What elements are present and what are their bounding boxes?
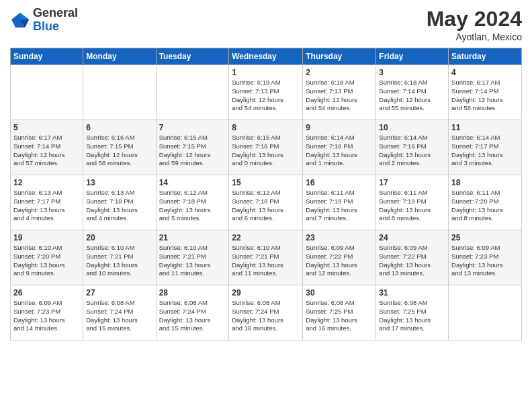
day-number: 20 <box>86 233 152 242</box>
day-number: 5 <box>13 123 80 132</box>
day-number: 1 <box>232 68 300 77</box>
day-info: Sunrise: 6:11 AM Sunset: 7:19 PM Dayligh… <box>306 189 373 223</box>
day-number: 12 <box>13 178 80 187</box>
calendar-day-header: Tuesday <box>156 48 229 65</box>
header: General Blue May 2024 Ayotlan, Mexico <box>10 7 522 42</box>
day-number: 22 <box>232 233 300 242</box>
page: General Blue May 2024 Ayotlan, Mexico Su… <box>0 0 532 411</box>
day-info: Sunrise: 6:08 AM Sunset: 7:24 PM Dayligh… <box>232 299 300 333</box>
calendar-day-cell: 27Sunrise: 6:08 AM Sunset: 7:24 PM Dayli… <box>83 285 156 340</box>
location-title: Ayotlan, Mexico <box>427 32 522 42</box>
day-info: Sunrise: 6:09 AM Sunset: 7:22 PM Dayligh… <box>306 244 373 278</box>
day-info: Sunrise: 6:10 AM Sunset: 7:21 PM Dayligh… <box>86 244 152 278</box>
day-number: 13 <box>86 178 152 187</box>
day-info: Sunrise: 6:09 AM Sunset: 7:23 PM Dayligh… <box>13 299 80 333</box>
day-info: Sunrise: 6:19 AM Sunset: 7:13 PM Dayligh… <box>232 79 300 113</box>
day-info: Sunrise: 6:08 AM Sunset: 7:25 PM Dayligh… <box>379 299 445 333</box>
calendar-day-header: Friday <box>376 48 449 65</box>
day-number: 30 <box>306 288 373 298</box>
day-number: 27 <box>86 288 152 298</box>
day-info: Sunrise: 6:14 AM Sunset: 7:16 PM Dayligh… <box>306 134 373 168</box>
day-info: Sunrise: 6:17 AM Sunset: 7:14 PM Dayligh… <box>451 79 519 113</box>
day-info: Sunrise: 6:16 AM Sunset: 7:15 PM Dayligh… <box>86 134 152 168</box>
calendar-day-cell: 23Sunrise: 6:09 AM Sunset: 7:22 PM Dayli… <box>303 230 376 285</box>
calendar-day-cell: 30Sunrise: 6:08 AM Sunset: 7:25 PM Dayli… <box>303 285 376 340</box>
logo-text: General Blue <box>33 7 78 34</box>
calendar-day-header: Sunday <box>11 48 83 65</box>
day-info: Sunrise: 6:14 AM Sunset: 7:16 PM Dayligh… <box>379 134 445 168</box>
day-number: 29 <box>232 288 300 298</box>
calendar-day-cell: 10Sunrise: 6:14 AM Sunset: 7:16 PM Dayli… <box>376 120 449 175</box>
calendar-day-cell: 16Sunrise: 6:11 AM Sunset: 7:19 PM Dayli… <box>303 175 376 230</box>
day-info: Sunrise: 6:11 AM Sunset: 7:19 PM Dayligh… <box>379 189 445 223</box>
calendar-day-cell <box>156 65 229 120</box>
day-number: 14 <box>159 178 226 187</box>
calendar-day-cell: 19Sunrise: 6:10 AM Sunset: 7:20 PM Dayli… <box>11 230 83 285</box>
day-number: 26 <box>13 288 80 298</box>
day-info: Sunrise: 6:11 AM Sunset: 7:20 PM Dayligh… <box>451 189 519 223</box>
day-number: 31 <box>379 288 445 298</box>
calendar-day-cell: 21Sunrise: 6:10 AM Sunset: 7:21 PM Dayli… <box>156 230 229 285</box>
calendar-week-row: 1Sunrise: 6:19 AM Sunset: 7:13 PM Daylig… <box>11 65 522 120</box>
calendar-day-cell: 22Sunrise: 6:10 AM Sunset: 7:21 PM Dayli… <box>229 230 303 285</box>
day-info: Sunrise: 6:15 AM Sunset: 7:15 PM Dayligh… <box>159 134 226 168</box>
day-info: Sunrise: 6:09 AM Sunset: 7:23 PM Dayligh… <box>451 244 519 278</box>
calendar-day-cell: 9Sunrise: 6:14 AM Sunset: 7:16 PM Daylig… <box>303 120 376 175</box>
svg-marker-1 <box>20 13 29 19</box>
day-info: Sunrise: 6:17 AM Sunset: 7:14 PM Dayligh… <box>13 134 80 168</box>
calendar-day-cell: 14Sunrise: 6:12 AM Sunset: 7:18 PM Dayli… <box>156 175 229 230</box>
calendar-day-cell <box>449 285 522 340</box>
day-number: 18 <box>451 178 519 187</box>
day-info: Sunrise: 6:10 AM Sunset: 7:21 PM Dayligh… <box>232 244 300 278</box>
day-number: 4 <box>451 68 519 77</box>
day-info: Sunrise: 6:12 AM Sunset: 7:18 PM Dayligh… <box>159 189 226 223</box>
logo-general-text: General <box>33 7 78 20</box>
day-info: Sunrise: 6:12 AM Sunset: 7:18 PM Dayligh… <box>232 189 300 223</box>
day-number: 8 <box>232 123 300 132</box>
day-number: 7 <box>159 123 226 132</box>
day-info: Sunrise: 6:18 AM Sunset: 7:14 PM Dayligh… <box>379 79 445 113</box>
calendar-day-cell: 8Sunrise: 6:15 AM Sunset: 7:16 PM Daylig… <box>229 120 303 175</box>
day-number: 11 <box>451 123 519 132</box>
calendar-day-cell: 17Sunrise: 6:11 AM Sunset: 7:19 PM Dayli… <box>376 175 449 230</box>
calendar-week-row: 19Sunrise: 6:10 AM Sunset: 7:20 PM Dayli… <box>11 230 522 285</box>
calendar-week-row: 5Sunrise: 6:17 AM Sunset: 7:14 PM Daylig… <box>11 120 522 175</box>
day-info: Sunrise: 6:10 AM Sunset: 7:21 PM Dayligh… <box>159 244 226 278</box>
day-number: 21 <box>159 233 226 242</box>
day-number: 15 <box>232 178 300 187</box>
calendar-day-cell: 29Sunrise: 6:08 AM Sunset: 7:24 PM Dayli… <box>229 285 303 340</box>
day-info: Sunrise: 6:13 AM Sunset: 7:17 PM Dayligh… <box>13 189 80 223</box>
calendar-day-cell: 26Sunrise: 6:09 AM Sunset: 7:23 PM Dayli… <box>11 285 83 340</box>
calendar-day-cell: 24Sunrise: 6:09 AM Sunset: 7:22 PM Dayli… <box>376 230 449 285</box>
day-info: Sunrise: 6:08 AM Sunset: 7:24 PM Dayligh… <box>159 299 226 333</box>
calendar-day-cell: 5Sunrise: 6:17 AM Sunset: 7:14 PM Daylig… <box>11 120 83 175</box>
day-number: 10 <box>379 123 445 132</box>
day-number: 19 <box>13 233 80 242</box>
calendar-day-cell: 11Sunrise: 6:14 AM Sunset: 7:17 PM Dayli… <box>449 120 522 175</box>
calendar-day-cell: 20Sunrise: 6:10 AM Sunset: 7:21 PM Dayli… <box>83 230 156 285</box>
day-info: Sunrise: 6:08 AM Sunset: 7:25 PM Dayligh… <box>306 299 373 333</box>
day-number: 28 <box>159 288 226 298</box>
logo-icon <box>10 10 30 30</box>
day-number: 2 <box>306 68 373 77</box>
month-year-title: May 2024 <box>427 7 522 32</box>
calendar-day-cell: 12Sunrise: 6:13 AM Sunset: 7:17 PM Dayli… <box>11 175 83 230</box>
calendar-day-cell: 13Sunrise: 6:13 AM Sunset: 7:18 PM Dayli… <box>83 175 156 230</box>
day-number: 25 <box>451 233 519 242</box>
calendar-day-header: Thursday <box>303 48 376 65</box>
calendar-day-cell: 15Sunrise: 6:12 AM Sunset: 7:18 PM Dayli… <box>229 175 303 230</box>
day-info: Sunrise: 6:15 AM Sunset: 7:16 PM Dayligh… <box>232 134 300 168</box>
logo-blue-text: Blue <box>33 20 78 34</box>
calendar-table: SundayMondayTuesdayWednesdayThursdayFrid… <box>10 48 522 340</box>
calendar-day-cell: 28Sunrise: 6:08 AM Sunset: 7:24 PM Dayli… <box>156 285 229 340</box>
calendar-day-cell <box>83 65 156 120</box>
calendar-day-header: Saturday <box>449 48 522 65</box>
day-number: 16 <box>306 178 373 187</box>
day-info: Sunrise: 6:14 AM Sunset: 7:17 PM Dayligh… <box>451 134 519 168</box>
calendar-week-row: 12Sunrise: 6:13 AM Sunset: 7:17 PM Dayli… <box>11 175 522 230</box>
day-number: 24 <box>379 233 445 242</box>
day-info: Sunrise: 6:18 AM Sunset: 7:13 PM Dayligh… <box>306 79 373 113</box>
calendar-day-cell: 2Sunrise: 6:18 AM Sunset: 7:13 PM Daylig… <box>303 65 376 120</box>
logo: General Blue <box>10 7 78 34</box>
calendar-day-cell: 25Sunrise: 6:09 AM Sunset: 7:23 PM Dayli… <box>449 230 522 285</box>
